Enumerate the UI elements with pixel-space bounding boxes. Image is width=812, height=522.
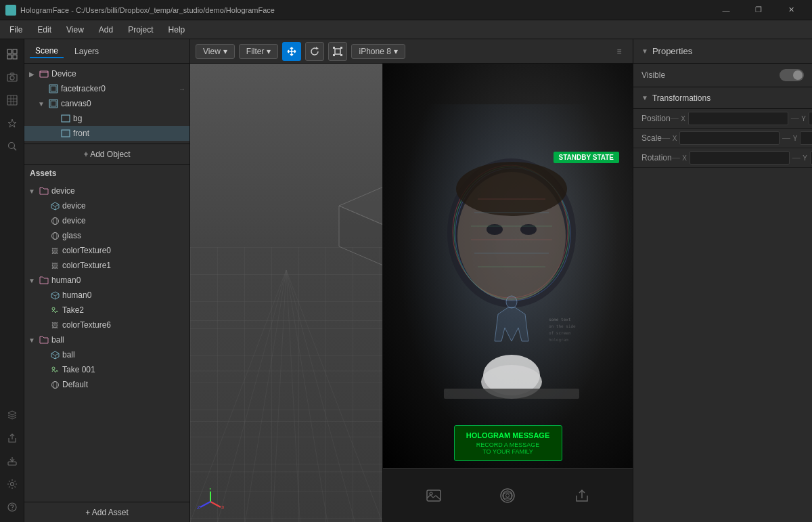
tree-item-front[interactable]: front (24, 126, 189, 141)
rotation-y-minus[interactable]: — (792, 153, 800, 162)
position-x-input[interactable] (688, 112, 788, 125)
tree-item-device[interactable]: ▶ Device (24, 66, 189, 81)
toggle-knob (793, 70, 803, 80)
rotate-tool-button[interactable] (305, 42, 324, 61)
asset-device-box[interactable]: device (24, 198, 189, 213)
scene-tree: ▶ Device facetracker0 → ▼ (24, 64, 189, 144)
svg-line-53 (286, 270, 328, 522)
asset-colorTexture0[interactable]: 🖼 colorTexture0 (24, 243, 189, 258)
maximize-button[interactable]: ❐ (743, 0, 774, 20)
menu-project[interactable]: Project (121, 22, 160, 37)
hologram-message-title: HOLOGRAM MESSAGE (460, 431, 556, 439)
scale-tool-button[interactable] (328, 42, 347, 61)
svg-rect-23 (51, 101, 56, 106)
sidebar-download-icon[interactable] (3, 452, 22, 471)
rotation-y-group: — Y (792, 151, 812, 165)
tree-arrow-canvas[interactable]: ▼ (37, 100, 46, 108)
scale-y-minus[interactable]: — (782, 133, 790, 143)
svg-rect-2 (7, 55, 12, 59)
svg-line-50 (245, 270, 286, 522)
scene-tab[interactable]: Scene (30, 45, 64, 58)
menu-view[interactable]: View (60, 22, 91, 37)
tree-arrow-device[interactable]: ▶ (27, 70, 37, 78)
add-object-button[interactable]: + Add Object (24, 144, 189, 164)
sidebar-layers-icon[interactable] (3, 406, 22, 425)
close-button[interactable]: ✕ (775, 0, 807, 20)
rotation-x-input[interactable] (690, 151, 790, 165)
svg-rect-44 (333, 47, 335, 49)
position-y-input[interactable] (809, 112, 812, 125)
asset-ball-box[interactable]: ball (24, 347, 189, 362)
transformations-expand-icon[interactable]: ▼ (641, 94, 648, 102)
properties-expand-icon[interactable]: ▼ (641, 47, 648, 55)
facetracker-badge: → (179, 85, 185, 93)
svg-text:hologram: hologram (549, 337, 568, 343)
phone-gallery-button[interactable] (423, 485, 445, 506)
asset-texture1-icon: 🖼 (49, 260, 60, 271)
scale-y-group: — Y (782, 131, 812, 145)
svg-rect-92 (427, 490, 441, 501)
tree-item-facetracker[interactable]: facetracker0 → (24, 81, 189, 96)
position-x-group: — X (671, 112, 788, 125)
iphone-selector[interactable]: iPhone 8 ▾ (351, 44, 405, 59)
menu-file[interactable]: File (3, 22, 29, 37)
tree-item-bg[interactable]: bg (24, 111, 189, 126)
scene-3d[interactable]: X Y Z (190, 64, 382, 522)
phone-share-button[interactable] (571, 485, 593, 506)
scale-y-input[interactable] (800, 131, 812, 145)
asset-colorTexture1[interactable]: 🖼 colorTexture1 (24, 258, 189, 273)
visible-toggle[interactable] (780, 69, 804, 81)
sidebar-grid-icon[interactable] (3, 91, 22, 110)
sidebar-settings-icon[interactable] (3, 475, 22, 494)
titlebar-controls[interactable]: — ❐ ✕ (710, 0, 807, 20)
asset-default[interactable]: Default (24, 377, 189, 392)
svg-rect-1 (13, 49, 17, 53)
scale-x-input[interactable] (679, 131, 780, 145)
asset-device-group[interactable]: ▼ device (24, 183, 189, 198)
titlebar-title: HologramFace - C:/Users/billi/Dropbox/_t… (20, 6, 275, 14)
rotation-x-minus[interactable]: — (672, 153, 680, 162)
layers-tab[interactable]: Layers (69, 45, 104, 58)
menu-edit[interactable]: Edit (30, 22, 58, 37)
view-button[interactable]: View ▾ (196, 44, 235, 59)
asset-glass-sphere[interactable]: glass (24, 228, 189, 243)
position-y-minus[interactable]: — (791, 114, 799, 123)
move-tool-button[interactable] (282, 42, 301, 61)
asset-take001-icon (49, 364, 60, 375)
svg-point-96 (506, 494, 510, 497)
assets-section: Assets ▼ device device (24, 164, 189, 522)
position-row: Position — X — Y — Z (633, 109, 812, 129)
asset-ball-group[interactable]: ▼ ball (24, 332, 189, 347)
menu-add[interactable]: Add (92, 22, 120, 37)
asset-take001[interactable]: Take 001 (24, 362, 189, 377)
sidebar-effects-icon[interactable] (3, 114, 22, 133)
asset-human0-group[interactable]: ▼ human0 (24, 273, 189, 288)
phone-capture-button[interactable] (497, 485, 518, 506)
svg-point-18 (12, 509, 12, 510)
sidebar-search-icon[interactable] (3, 137, 22, 156)
position-x-minus[interactable]: — (671, 114, 679, 123)
scale-x-minus[interactable]: — (662, 133, 670, 143)
sidebar-scene-icon[interactable] (3, 45, 22, 64)
titlebar-left: HologramFace - C:/Users/billi/Dropbox/_t… (5, 5, 275, 16)
menu-help[interactable]: Help (162, 22, 192, 37)
svg-line-54 (286, 270, 355, 522)
add-asset-button[interactable]: + Add Asset (24, 502, 189, 522)
svg-text:X: X (221, 504, 224, 510)
minimize-button[interactable]: — (710, 0, 742, 20)
asset-human0-box[interactable]: human0 (24, 288, 189, 303)
sidebar-camera-icon[interactable] (3, 68, 22, 87)
svg-line-34 (55, 294, 59, 296)
asset-colorTexture6[interactable]: 🖼 colorTexture6 (24, 318, 189, 332)
sidebar-help-icon[interactable] (3, 498, 22, 517)
filter-button[interactable]: Filter ▾ (239, 44, 279, 59)
standby-badge: STANDBY STATE (554, 152, 619, 163)
asset-device-sphere[interactable]: device (24, 213, 189, 228)
tree-item-canvas[interactable]: ▼ canvas0 (24, 96, 189, 111)
asset-take2[interactable]: Take2 (24, 303, 189, 318)
rotation-label: Rotation (641, 153, 672, 162)
transformations-section-header[interactable]: ▼ Transformations (633, 87, 812, 109)
sidebar-share-icon[interactable] (3, 429, 22, 448)
x-axis-label: X (680, 115, 687, 123)
viewport-menu-button[interactable]: ≡ (611, 43, 627, 60)
